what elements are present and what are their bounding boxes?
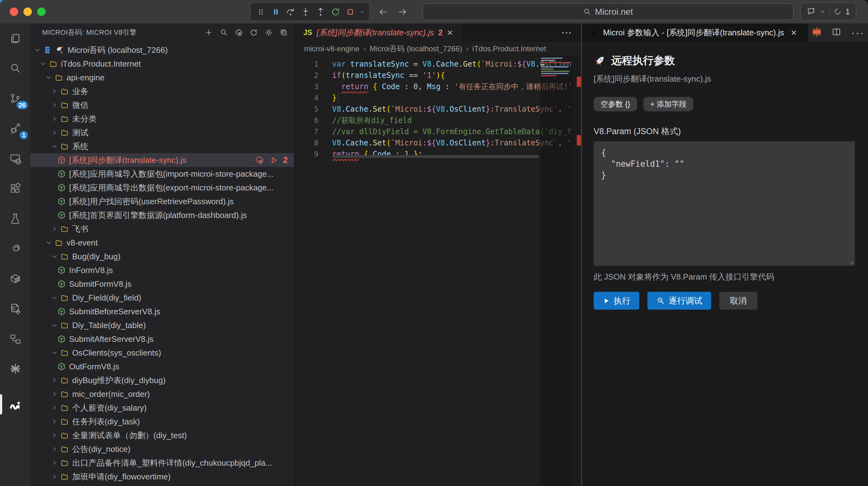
search-icon[interactable] <box>220 28 228 36</box>
activity-item-cpp-tools-icon[interactable] <box>0 294 30 324</box>
activity-item-test-flask-icon[interactable] <box>0 204 30 234</box>
tabbar-more-icon[interactable]: ⋯ <box>561 26 572 39</box>
activity-item-search-icon[interactable] <box>0 54 30 84</box>
tree-row-folder[interactable]: 业务 <box>30 84 294 98</box>
activity-item-fish-icon[interactable] <box>0 234 30 264</box>
step-into-icon[interactable] <box>299 5 312 19</box>
tree-row-folder[interactable]: iTdos.Product.Internet <box>30 57 294 71</box>
activity-item-remote-explorer-icon[interactable] <box>0 144 30 174</box>
activity-item-source-control-icon[interactable]: 26 <box>0 84 30 114</box>
tree-row-file[interactable]: [系统]用户找回密码(userRetrievePassword).js <box>30 195 294 208</box>
tree-row-folder[interactable]: 飞书 <box>30 222 294 236</box>
resize-grip-icon[interactable] <box>848 259 854 264</box>
cancel-button[interactable]: 取消 <box>719 292 757 310</box>
window-minimize-button[interactable] <box>24 7 32 16</box>
gear-icon[interactable] <box>265 28 273 36</box>
activity-item-microi-icon[interactable] <box>0 389 30 419</box>
execute-button[interactable]: 执行 <box>594 292 639 310</box>
tree-row-file[interactable]: [系统]应用商城导入数据包(import-microi-store-packag… <box>30 167 294 181</box>
tree-row-folder[interactable]: Bug(diy_bug) <box>30 250 294 263</box>
step-debug-button[interactable]: 逐行调试 <box>647 292 711 310</box>
window-zoom-button[interactable] <box>37 7 45 16</box>
tree-row-folder[interactable]: 公告(diy_notice) <box>30 442 294 456</box>
code-line[interactable]: 6//获取所有diy_field <box>294 115 581 126</box>
horizontal-scrollbar[interactable] <box>332 155 539 158</box>
arrow-back-icon[interactable] <box>378 7 388 17</box>
tree-row-file[interactable]: SubmitBeforeServerV8.js <box>30 305 294 318</box>
restart-icon[interactable] <box>329 5 342 19</box>
tree-row-folder[interactable]: 加班申请(diy_flowovertime) <box>30 470 294 484</box>
tree-row-folder[interactable]: 微信 <box>30 98 294 112</box>
collapse-all-icon[interactable] <box>280 28 288 36</box>
tree-row-folder[interactable]: 全量测试表单（勿删）(diy_test) <box>30 428 294 442</box>
chevron-down-icon[interactable] <box>820 9 826 15</box>
run-icon[interactable] <box>269 156 278 165</box>
window-close-button[interactable] <box>10 7 18 16</box>
cloud-upload-icon[interactable] <box>255 155 264 165</box>
chevron-down-icon[interactable] <box>359 5 366 19</box>
tab-close-icon[interactable]: × <box>447 28 453 37</box>
code-line[interactable]: 5V8.Cache.Set(`Microi:${V8.OsClient}:Tra… <box>294 104 581 115</box>
tree-row-file[interactable]: SubmitFormV8.js <box>30 277 294 291</box>
loading-icon[interactable] <box>834 7 842 16</box>
tree-row-folder[interactable]: 个人薪资(diy_salary) <box>30 401 294 415</box>
tree-row-folder[interactable]: 系统 <box>30 140 294 153</box>
tree-row-file[interactable]: OutFormV8.js <box>30 360 294 373</box>
activity-item-starburst-icon[interactable] <box>0 354 30 384</box>
refresh-icon[interactable] <box>250 28 258 36</box>
step-over-icon[interactable] <box>284 5 297 19</box>
copilot-chat-icon[interactable] <box>807 7 816 16</box>
tree-row-folder[interactable]: 任务列表(diy_task) <box>30 415 294 428</box>
tree-row-folder[interactable]: api-engine <box>30 71 294 84</box>
tree-row-folder[interactable]: Diy_Table(diy_table) <box>30 318 294 332</box>
editor-tab[interactable]: JS [系统]同步翻译(translate-sync).js 2 × <box>294 24 462 41</box>
activity-item-files-icon[interactable] <box>0 24 30 54</box>
code-line[interactable]: 8V8.Cache.Set(`Microi:${V8.OsClient}:Tra… <box>294 137 581 148</box>
grip-icon[interactable] <box>254 5 268 19</box>
param-pill-button[interactable]: 空参数 {} <box>594 97 637 111</box>
tree-row-folder[interactable]: v8-event <box>30 236 294 250</box>
tree-row-file[interactable]: [系统]应用商城导出数据包(export-microi-store-packag… <box>30 181 294 195</box>
tree-row-file[interactable]: [系统]同步翻译(translate-sync).js2 <box>30 153 294 167</box>
split-editor-icon[interactable] <box>832 27 841 38</box>
code-line[interactable]: 1var translateSync = V8.Cache.Get(`Micro… <box>294 58 581 70</box>
command-center-search[interactable]: Microi.net <box>423 3 794 20</box>
tree-row-folder[interactable]: 未分类 <box>30 112 294 126</box>
param-json-textarea[interactable]: { "newField1": "" } <box>594 141 855 266</box>
stop-icon[interactable] <box>344 5 357 19</box>
activity-item-extensions-icon[interactable] <box>0 174 30 204</box>
activity-item-flowchart-icon[interactable] <box>0 324 30 354</box>
tree-row-folder[interactable]: Diy_Field(diy_field) <box>30 291 294 305</box>
arrow-forward-icon[interactable] <box>398 7 407 17</box>
pause-icon[interactable] <box>269 5 282 19</box>
activity-item-run-debug-icon[interactable]: 1 <box>0 114 30 144</box>
tree-row-file[interactable]: InFormV8.js <box>30 263 294 277</box>
more-actions-icon[interactable]: ··· <box>851 27 865 39</box>
cloud-download-icon[interactable] <box>235 28 243 36</box>
code-line[interactable]: 3 return { Code : 0, Msg : '有任务正在同步中，请稍后… <box>294 81 581 92</box>
tree-row-folder[interactable]: diyBug维护表(diy_diybug) <box>30 373 294 387</box>
tree-row-file[interactable]: [系统]首页界面引擎数据源(platform-dashboard).js <box>30 208 294 222</box>
panel-close-icon[interactable]: × <box>791 28 797 37</box>
code-line[interactable]: 2if(translateSync == '1'){ <box>294 70 581 81</box>
activity-item-package-box-icon[interactable] <box>0 264 30 294</box>
tree-row-file[interactable]: SubmitAfterServerV8.js <box>30 332 294 346</box>
tree-row-server[interactable]: Microi吾码 (localhost_7266) <box>30 43 294 57</box>
code-area[interactable]: 1var translateSync = V8.Cache.Get(`Micro… <box>294 56 581 160</box>
breadcrumb-item[interactable]: microi-v8-engine <box>304 45 359 53</box>
param-pill-button[interactable]: + 添加字段 <box>643 97 694 111</box>
step-out-icon[interactable] <box>314 5 327 19</box>
breadcrumb-item[interactable]: Microi吾码 (localhost_7266) <box>370 44 462 54</box>
tree-row-folder[interactable]: 测试 <box>30 126 294 140</box>
starburst-icon[interactable] <box>812 27 822 38</box>
minimap[interactable] <box>541 58 572 76</box>
code-line[interactable]: 7//var dllDiyField = V8.FormEngine.GetTa… <box>294 126 581 137</box>
tree-row-folder[interactable]: 出口产品备件清单_塑料件详情(diy_chukoucpbjqd_pla... <box>30 456 294 470</box>
tree-row-folder[interactable]: OsClients(sys_osclients) <box>30 346 294 360</box>
code-line[interactable]: 4} <box>294 92 581 104</box>
breadcrumb-item[interactable]: iTdos.Product.Internet <box>472 45 546 53</box>
code-line[interactable]: 9return { Code : 1 }; <box>294 148 581 160</box>
plus-icon[interactable] <box>205 28 213 36</box>
minimap-line <box>541 62 571 63</box>
tree-row-folder[interactable]: mic_order(mic_order) <box>30 387 294 401</box>
